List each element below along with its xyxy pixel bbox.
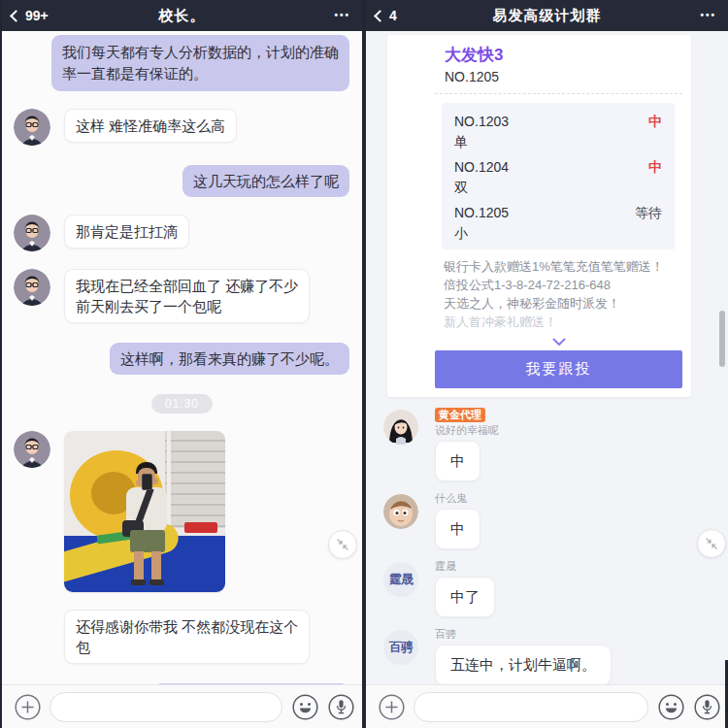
- time-row: 01:30: [2, 394, 362, 414]
- agent-badge: 黄金代理: [435, 408, 485, 422]
- sender-name: 说好的幸福呢: [435, 424, 499, 437]
- avatar-man-graphic: [14, 215, 50, 251]
- sender-name: 百骋: [435, 628, 456, 641]
- group-message-row: 百骋百骋五连中，计划牛逼啊。: [366, 628, 728, 684]
- received-message-bubble[interactable]: 中: [435, 509, 480, 549]
- photo-shelf-post: [167, 431, 171, 528]
- emoji-button[interactable]: [657, 693, 684, 720]
- promo-line: 倍投公式1-3-8-24-72-216-648: [444, 276, 682, 294]
- left-chat-body[interactable]: 我们每天都有专人分析数据的，计划的准确 率一直都是有保证的。 这样 难怪准确率这…: [2, 31, 362, 684]
- plan-current-issue: NO.1205: [445, 69, 682, 84]
- back-button[interactable]: 4: [376, 8, 397, 23]
- avatar-man-graphic: [14, 431, 50, 468]
- group-message-row: 霆晟霆晟中了: [366, 560, 728, 617]
- received-message-bubble[interactable]: 那肯定是扛扛滴: [64, 215, 189, 248]
- panel-divider: [362, 0, 366, 728]
- photo-person-sandal: [131, 579, 146, 585]
- group-chat-panel: 4 易发高级计划群 ••• 大发快3 NO.1205 NO.1203中单NO.1…: [366, 0, 728, 728]
- collapse-button[interactable]: [328, 530, 357, 559]
- sent-message-bubble[interactable]: 我们每天都有专人分析数据的，计划的准确 率一直都是有保证的。: [51, 35, 349, 91]
- screen: 99+ 校长。 ••• 我们每天都有专人分析数据的，计划的准确 率一直都是有保证…: [0, 0, 728, 728]
- more-menu-button[interactable]: •••: [334, 11, 350, 20]
- photo-person-shorts: [130, 530, 165, 552]
- group-message-row: 什么鬼中: [366, 492, 728, 549]
- plan-row: NO.1204中: [442, 152, 675, 176]
- message-row-received: 我现在已经全部回血了 还赚了不少 前天刚去买了一个包呢: [2, 269, 362, 323]
- scrollbar-thumb[interactable]: [719, 311, 725, 367]
- photo-person-hand: [151, 478, 158, 484]
- received-message-bubble[interactable]: 我现在已经全部回血了 还赚了不少 前天刚去买了一个包呢: [64, 269, 310, 323]
- photo-shelf: [165, 431, 225, 528]
- avatar-baby-graphic: [383, 494, 418, 529]
- collapse-arrows-icon: [704, 536, 719, 551]
- sender-name: 霆晟: [435, 560, 456, 573]
- attach-plus-button[interactable]: [14, 693, 41, 720]
- promo-line: 新人首冲豪礼赠送！: [444, 313, 682, 331]
- avatar-girl-graphic: [383, 410, 418, 445]
- follow-bet-button[interactable]: 我要跟投: [435, 350, 682, 388]
- promo-line: 银行卡入款赠送1%笔笔充值笔笔赠送！: [444, 257, 682, 276]
- promo-line: 天选之人，神秘彩金随时派发！: [444, 294, 682, 313]
- message-row-received: 这样 难怪准确率这么高: [2, 109, 362, 146]
- plan-result: 中: [648, 159, 662, 176]
- photo-person-leg: [151, 551, 161, 580]
- collapse-button[interactable]: [697, 529, 726, 558]
- plan-row: NO.1205等待: [442, 198, 675, 221]
- left-input-bar: [2, 684, 362, 728]
- group-message-row: 黄金代理说好的幸福呢中: [366, 408, 728, 481]
- sender-name: 什么鬼: [435, 492, 467, 505]
- dashed-divider: [435, 93, 682, 94]
- plan-row: NO.1203中: [442, 107, 675, 130]
- chat-title: 易发高级计划群: [366, 7, 728, 25]
- sent-message-bubble[interactable]: 这几天玩的怎么样了呢: [182, 165, 349, 197]
- left-chat-header: 99+ 校长。 •••: [2, 0, 362, 31]
- emoji-button[interactable]: [291, 693, 318, 720]
- group-message-body: 百骋五连中，计划牛逼啊。: [435, 628, 612, 684]
- mic-icon: [694, 694, 720, 720]
- group-message-body: 什么鬼中: [435, 492, 480, 549]
- photo-message[interactable]: [64, 431, 225, 592]
- mic-icon: [328, 694, 354, 720]
- back-button[interactable]: 99+: [12, 8, 49, 23]
- avatar-man-graphic: [14, 109, 50, 146]
- sent-message-bubble[interactable]: 这样啊，那看来真的赚了不少呢。: [110, 343, 349, 375]
- received-message-bubble[interactable]: 这样 难怪准确率这么高: [64, 109, 237, 143]
- message-input[interactable]: [50, 692, 282, 722]
- plan-game-title: 大发快3: [445, 44, 682, 66]
- timestamp: 01:30: [151, 394, 213, 414]
- plus-icon: [15, 694, 41, 720]
- avatar-man[interactable]: [14, 269, 50, 306]
- avatar-baby[interactable]: [383, 494, 418, 529]
- avatar-man-graphic: [14, 269, 50, 306]
- plan-pick: 小: [442, 221, 675, 244]
- avatar-text[interactable]: 百骋: [383, 630, 418, 665]
- photo-person-sandal: [149, 579, 164, 585]
- plan-issue-number: NO.1205: [454, 205, 509, 221]
- message-row-sent: 这几天玩的怎么样了呢: [2, 165, 362, 197]
- plan-result: 等待: [635, 205, 662, 221]
- voice-button[interactable]: [327, 693, 354, 720]
- attach-plus-button[interactable]: [378, 693, 405, 720]
- avatar-girl[interactable]: [383, 410, 418, 445]
- avatar-man[interactable]: [14, 109, 50, 146]
- received-message-bubble[interactable]: 五连中，计划牛逼啊。: [435, 645, 612, 684]
- left-message-list: 我们每天都有专人分析数据的，计划的准确 率一直都是有保证的。 这样 难怪准确率这…: [2, 35, 362, 684]
- chat-title: 校长。: [2, 7, 362, 25]
- message-row-received: [2, 431, 362, 592]
- plan-pick: 双: [442, 176, 675, 198]
- avatar-text[interactable]: 霆晟: [383, 562, 418, 597]
- back-chevron-icon: [10, 10, 22, 22]
- expand-toggle[interactable]: [435, 333, 682, 347]
- message-input[interactable]: [414, 692, 648, 722]
- right-chat-body[interactable]: 大发快3 NO.1205 NO.1203中单NO.1204中双NO.1205等待…: [366, 31, 728, 684]
- more-menu-button[interactable]: •••: [700, 11, 716, 20]
- message-row-sent: 我们每天都有专人分析数据的，计划的准确 率一直都是有保证的。: [2, 35, 362, 91]
- avatar-man[interactable]: [14, 431, 50, 468]
- voice-button[interactable]: [693, 693, 720, 720]
- received-message-bubble[interactable]: 中: [435, 441, 480, 481]
- collapse-arrows-icon: [335, 537, 350, 552]
- received-message-bubble[interactable]: 还得感谢你带我 不然都没现在这个 包: [64, 610, 310, 664]
- plan-pick: 单: [442, 130, 675, 152]
- avatar-man[interactable]: [14, 215, 50, 251]
- received-message-bubble[interactable]: 中了: [435, 577, 495, 617]
